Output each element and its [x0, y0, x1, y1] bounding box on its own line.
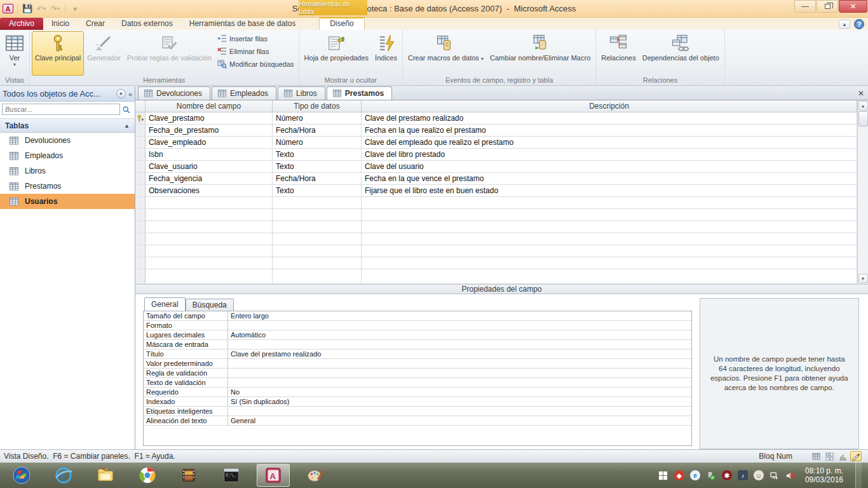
- property-row[interactable]: Formato: [144, 321, 691, 330]
- design-view-button[interactable]: [850, 451, 862, 461]
- itunes-icon[interactable]: ♪: [738, 470, 748, 480]
- show-desktop-button[interactable]: [855, 463, 862, 488]
- usb-safely-remove-icon[interactable]: [706, 470, 716, 480]
- indices-button[interactable]: Índices: [372, 31, 400, 76]
- property-row[interactable]: Máscara de entrada: [144, 340, 691, 349]
- field-row[interactable]: Clave_prestamo Número Clave del prestamo…: [135, 112, 857, 125]
- doc-tab-prestamos[interactable]: Prestamos: [327, 86, 392, 100]
- property-row[interactable]: Valor predeterminado: [144, 359, 691, 369]
- generador-button[interactable]: Generador: [84, 31, 124, 76]
- datasheet-view-button[interactable]: [810, 451, 822, 461]
- crear-macros-button[interactable]: Crear macros de datos ▾: [405, 31, 487, 76]
- ver-button[interactable]: Ver ▾: [2, 31, 27, 76]
- save-icon[interactable]: 💾: [22, 3, 33, 15]
- nav-section-tablas[interactable]: Tablas ▲: [0, 119, 135, 133]
- nav-collapse-icon[interactable]: «: [128, 90, 132, 98]
- field-row[interactable]: Observaciones Texto Fijarse que el libro…: [135, 185, 857, 197]
- doc-tab-devoluciones[interactable]: Devoluciones: [138, 86, 210, 100]
- probar-reglas-button[interactable]: Probar reglas de validación: [124, 31, 215, 76]
- row-selector[interactable]: [135, 125, 146, 137]
- eset-icon[interactable]: e: [690, 470, 700, 480]
- vertical-scrollbar[interactable]: ▲ ▼: [857, 100, 868, 284]
- col-header-tipo[interactable]: Tipo de datos: [273, 100, 362, 112]
- field-row[interactable]: Clave_usuario Texto Clave del usuario: [135, 161, 857, 173]
- property-row[interactable]: Tamaño del campoEntero largo: [144, 311, 691, 321]
- property-row[interactable]: RequeridoNo: [144, 388, 691, 397]
- pivotchart-view-button[interactable]: [837, 451, 848, 461]
- doc-tab-libros[interactable]: Libros: [278, 86, 325, 100]
- access-app-icon[interactable]: A: [3, 4, 13, 13]
- volume-muted-icon[interactable]: [785, 470, 796, 480]
- taskbar-ie-button[interactable]: e: [47, 464, 80, 487]
- row-selector[interactable]: [135, 161, 146, 173]
- property-row[interactable]: Alineación del textoGeneral: [144, 416, 691, 426]
- relaciones-button[interactable]: Relaciones: [598, 31, 639, 76]
- collapse-section-icon[interactable]: ▲: [124, 123, 130, 129]
- empty-field-row[interactable]: [135, 197, 857, 209]
- close-document-icon[interactable]: ✕: [858, 89, 864, 98]
- tab-herramientas-bd[interactable]: Herramientas de base de datos: [181, 18, 304, 30]
- tab-general[interactable]: General: [144, 297, 186, 311]
- app-tray-icon[interactable]: ✱: [722, 470, 732, 480]
- nav-item-empleados[interactable]: Empleados: [0, 148, 135, 163]
- nav-pane-header[interactable]: Todos los objetos de Acc... ▾ «: [0, 86, 135, 102]
- search-input[interactable]: [2, 104, 120, 115]
- minimize-button[interactable]: —: [794, 0, 816, 13]
- start-button[interactable]: [5, 464, 38, 487]
- tab-inicio[interactable]: Inicio: [43, 18, 78, 30]
- antivirus-shield-icon[interactable]: ◆: [674, 470, 684, 480]
- property-row[interactable]: TítuloClave del prestamo realizado: [144, 349, 691, 359]
- empty-field-row[interactable]: [135, 221, 857, 233]
- row-selector[interactable]: [135, 173, 146, 185]
- taskbar-chrome-button[interactable]: [131, 464, 164, 487]
- row-selector-key[interactable]: [135, 112, 146, 125]
- eliminar-filas-button[interactable]: Eliminar filas: [217, 46, 294, 56]
- redo-icon[interactable]: ↷▾: [50, 3, 61, 15]
- taskbar-cmd-button[interactable]: C:\_: [215, 464, 248, 487]
- cambiar-nombre-macro-button[interactable]: Cambiar nombre/Eliminar Macro: [487, 31, 593, 76]
- property-row[interactable]: IndexadoSí (Sin duplicados): [144, 397, 691, 407]
- taskbar-clock[interactable]: 08:10 p. m. 09/03/2016: [801, 466, 850, 484]
- property-row[interactable]: Lugares decimalesAutomático: [144, 330, 691, 340]
- property-row[interactable]: Texto de validación: [144, 378, 691, 388]
- modificar-busquedas-button[interactable]: Modificar búsquedas: [217, 59, 294, 69]
- field-row[interactable]: Fecha_de_prestamo Fecha/Hora Fecha en la…: [135, 125, 857, 137]
- property-row[interactable]: Regla de validación: [144, 369, 691, 378]
- scroll-down-icon[interactable]: ▼: [858, 274, 868, 283]
- clave-principal-button[interactable]: Clave principal: [32, 31, 84, 76]
- network-display-icon[interactable]: [770, 470, 780, 480]
- empty-field-row[interactable]: [135, 269, 857, 284]
- nav-item-libros[interactable]: Libros: [0, 163, 135, 179]
- col-header-descripcion[interactable]: Descripción: [362, 100, 857, 112]
- empty-field-row[interactable]: [135, 209, 857, 221]
- property-row[interactable]: Etiquetas inteligentes: [144, 407, 691, 416]
- nav-item-usuarios[interactable]: Usuarios: [0, 194, 135, 209]
- nav-item-prestamos[interactable]: Prestamos: [0, 179, 135, 194]
- taskbar-paint-button[interactable]: [299, 464, 332, 487]
- taskbar-moviemaker-button[interactable]: [173, 464, 206, 487]
- taskbar-access-button[interactable]: A: [257, 464, 290, 487]
- field-row[interactable]: Clave_empleado Número Clave del empleado…: [135, 137, 857, 149]
- empty-field-row[interactable]: [135, 233, 857, 245]
- tab-busqueda[interactable]: Búsqueda: [186, 299, 234, 311]
- tab-diseno[interactable]: Diseño: [319, 17, 364, 30]
- dependencias-button[interactable]: Dependencias del objeto: [639, 31, 722, 76]
- doc-tab-empleados[interactable]: Empleados: [212, 86, 276, 100]
- minimize-ribbon-icon[interactable]: ▲: [839, 20, 850, 29]
- taskbar-explorer-button[interactable]: [89, 464, 122, 487]
- help-icon[interactable]: ?: [854, 19, 864, 29]
- col-header-nombre[interactable]: Nombre del campo: [146, 100, 273, 112]
- empty-field-row[interactable]: [135, 245, 857, 257]
- tab-crear[interactable]: Crear: [78, 18, 113, 30]
- nav-dropdown-icon[interactable]: ▾: [116, 89, 126, 98]
- restore-button[interactable]: [817, 0, 838, 13]
- tab-datos-externos[interactable]: Datos externos: [113, 18, 181, 30]
- field-row[interactable]: Isbn Texto Clave del libro prestado: [135, 149, 857, 161]
- messenger-icon[interactable]: ☺: [754, 470, 764, 480]
- undo-icon[interactable]: ↶▾: [36, 3, 47, 15]
- pivottable-view-button[interactable]: [824, 451, 835, 461]
- nav-item-devoluciones[interactable]: Devoluciones: [0, 133, 135, 148]
- search-icon[interactable]: [120, 104, 133, 116]
- field-row[interactable]: Fecha_vigencia Fecha/Hora Fecha en la qu…: [135, 173, 857, 185]
- empty-field-row[interactable]: [135, 257, 857, 269]
